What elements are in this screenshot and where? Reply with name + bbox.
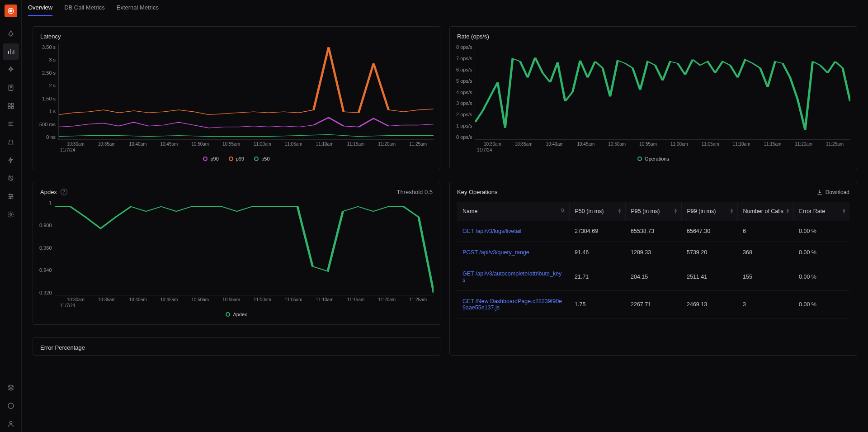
cell-p95: 1289.33: [625, 242, 681, 263]
rate-x-axis: 10:30am10:35am10:40am10:45am10:50am10:55…: [456, 140, 850, 147]
svg-rect-4: [11, 103, 14, 105]
cell-p50: 91.46: [569, 242, 625, 263]
panel-key-ops-title: Key Operations: [457, 189, 498, 195]
col-p50[interactable]: P50 (in ms)▲▼: [569, 202, 625, 221]
table-row: POST /api/v3/query_range 91.46 1289.33 5…: [457, 242, 849, 263]
download-icon: [816, 189, 823, 195]
op-link[interactable]: GET /api/v3/autocomplete/attribute_keys: [457, 263, 569, 291]
svg-rect-6: [11, 106, 14, 109]
nav-billing[interactable]: [3, 380, 19, 396]
cell-p95: 2267.71: [625, 291, 681, 318]
cell-p99: 2511.41: [681, 263, 737, 291]
col-error-rate[interactable]: Error Rate▲▼: [793, 202, 849, 221]
legend-p99[interactable]: p99: [229, 156, 244, 161]
latency-x-date: 11/7/24: [39, 147, 434, 152]
key-ops-table: Name P50 (in ms)▲▼ P95 (in ms)▲▼ P99 (in…: [457, 202, 849, 318]
panel-rate-title: Rate (ops/s): [457, 33, 489, 40]
sort-icon[interactable]: ▲▼: [674, 209, 678, 214]
download-button[interactable]: Download: [816, 189, 849, 195]
apdex-x-axis: 10:30am10:35am10:40am10:45am10:50am10:55…: [39, 295, 434, 302]
nav-support[interactable]: [3, 398, 19, 414]
cell-p50: 21.71: [569, 263, 625, 291]
rate-x-date: 11/7/24: [456, 147, 850, 152]
cell-calls: 3: [737, 291, 793, 318]
col-p95[interactable]: P95 (in ms)▲▼: [625, 202, 681, 221]
op-link[interactable]: GET /New DashboardPage.c28239f90e9aae55e…: [457, 291, 569, 318]
op-link[interactable]: GET /api/v3/logs/livetail: [457, 221, 569, 242]
apdex-threshold-label: Threshold 0.5: [397, 189, 433, 195]
cell-p95: 65538.73: [625, 221, 681, 242]
nav-bolt[interactable]: [3, 152, 19, 168]
cell-calls: 368: [737, 242, 793, 263]
cell-err: 0.00 %: [793, 263, 849, 291]
latency-y-axis: 3.50 s 3 s 2.50 s 2 s 1.50 s 1 s 500 ms …: [39, 44, 58, 140]
rate-y-axis: 8 ops/s 7 ops/s 6 ops/s 5 ops/s 4 ops/s …: [456, 44, 475, 140]
nav-metrics[interactable]: [3, 43, 19, 60]
cell-err: 0.00 %: [793, 221, 849, 242]
legend-apdex[interactable]: Apdex: [226, 312, 247, 317]
sidebar: [0, 0, 22, 432]
nav-tune[interactable]: [3, 188, 19, 204]
svg-point-13: [561, 209, 564, 212]
op-link[interactable]: POST /api/v3/query_range: [457, 242, 569, 263]
col-p99[interactable]: P99 (in ms)▲▼: [681, 202, 737, 221]
nav-alerts[interactable]: [3, 134, 19, 150]
legend-p50[interactable]: p50: [254, 156, 269, 161]
svg-point-0: [9, 9, 12, 13]
tab-overview[interactable]: Overview: [28, 0, 52, 16]
sort-icon[interactable]: ▲▼: [786, 209, 790, 214]
nav-dashboards[interactable]: [3, 98, 19, 114]
tabs: Overview DB Call Metrics External Metric…: [22, 0, 868, 16]
nav-settings[interactable]: [3, 206, 19, 223]
svg-point-12: [9, 422, 12, 424]
svg-rect-5: [8, 106, 10, 109]
sort-icon[interactable]: ▲▼: [730, 209, 734, 214]
panel-latency: Latency 3.50 s 3 s 2.50 s 2 s 1.50 s 1 s…: [33, 26, 440, 169]
table-row: GET /api/v3/logs/livetail 27304.69 65538…: [457, 221, 849, 242]
panel-error-pct-title: Error Percentage: [40, 344, 85, 351]
nav-logs[interactable]: [3, 80, 19, 96]
rate-legend: Operations: [456, 152, 850, 166]
cell-calls: 155: [737, 263, 793, 291]
cell-p99: 2469.13: [681, 291, 737, 318]
nav-exceptions[interactable]: [3, 170, 19, 186]
latency-plot[interactable]: [58, 44, 434, 140]
rate-plot[interactable]: [475, 44, 850, 140]
apdex-plot[interactable]: [55, 200, 434, 295]
apdex-legend: Apdex: [39, 308, 434, 322]
nav-lines[interactable]: [3, 116, 19, 132]
search-icon[interactable]: [560, 208, 566, 215]
nav-traces[interactable]: [3, 62, 19, 78]
sort-icon[interactable]: ▲▼: [618, 209, 622, 214]
panel-apdex: Apdex ? Threshold 0.5 1 0.980 0.960 0.94…: [33, 182, 440, 325]
tab-db-call-metrics[interactable]: DB Call Metrics: [64, 0, 105, 16]
nav-getting-started[interactable]: [3, 25, 19, 42]
cell-err: 0.00 %: [793, 291, 849, 318]
sort-icon[interactable]: ▲▼: [842, 209, 846, 214]
col-number-of-calls[interactable]: Number of Calls▲▼: [737, 202, 793, 221]
latency-x-axis: 10:30am10:35am10:40am10:45am10:50am10:55…: [39, 140, 434, 147]
panel-key-operations: Key Operations Download Name: [449, 182, 857, 356]
svg-rect-3: [8, 103, 10, 105]
svg-point-11: [10, 214, 12, 215]
apdex-x-date: 11/7/24: [39, 303, 434, 308]
cell-p50: 27304.69: [569, 221, 625, 242]
help-icon[interactable]: ?: [61, 189, 67, 195]
svg-point-9: [11, 196, 13, 197]
tab-external-metrics[interactable]: External Metrics: [117, 0, 159, 16]
table-row: GET /New DashboardPage.c28239f90e9aae55e…: [457, 291, 849, 318]
app-logo[interactable]: [5, 5, 17, 17]
cell-calls: 6: [737, 221, 793, 242]
legend-p90[interactable]: p90: [203, 156, 218, 161]
nav-user[interactable]: [3, 416, 19, 432]
latency-legend: p90 p99 p50: [39, 152, 434, 166]
col-name[interactable]: Name: [457, 202, 569, 221]
legend-operations[interactable]: Operations: [637, 156, 669, 161]
panel-apdex-title: Apdex: [40, 189, 57, 195]
svg-point-10: [9, 198, 11, 199]
panel-latency-title: Latency: [40, 33, 61, 40]
cell-p95: 204.15: [625, 263, 681, 291]
panel-error-percentage: Error Percentage: [33, 337, 440, 356]
cell-err: 0.00 %: [793, 242, 849, 263]
cell-p99: 65647.30: [681, 221, 737, 242]
